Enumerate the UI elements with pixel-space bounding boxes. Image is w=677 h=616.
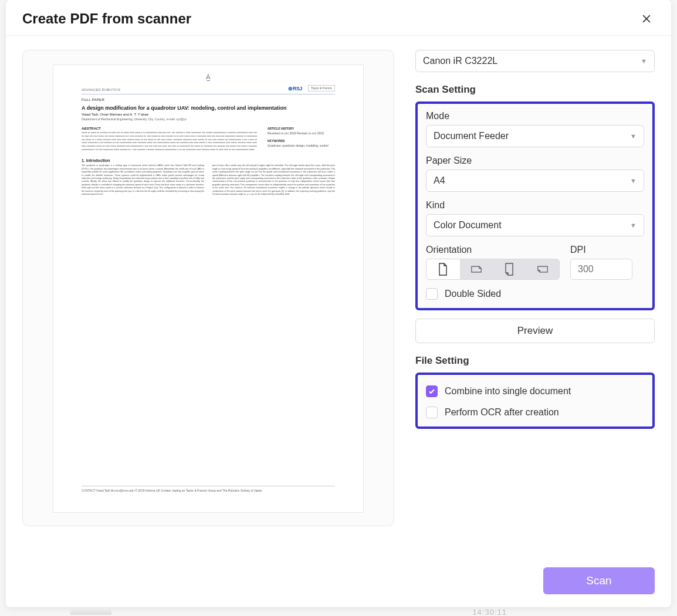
publisher-logo: Taylor & Francis — [308, 85, 335, 92]
dialog-title: Create PDF from scanner — [22, 11, 191, 27]
mode-label: Mode — [426, 111, 644, 121]
paper-size-select[interactable]: A4 ▼ — [426, 170, 644, 192]
preview-button[interactable]: Preview — [415, 319, 655, 343]
kind-select[interactable]: Color Document ▼ — [426, 214, 644, 236]
doc-abstract-heading: ABSTRACT — [82, 127, 257, 130]
doc-intro-heading: 1. Introduction — [82, 158, 335, 163]
ocr-label: Perform OCR after creation — [445, 407, 559, 418]
mode-value: Document Feeder — [434, 131, 509, 141]
background-thumbnail — [70, 609, 111, 615]
mode-select[interactable]: Document Feeder ▼ — [426, 125, 644, 147]
dpi-label: DPI — [570, 245, 644, 255]
combine-checkbox[interactable] — [426, 385, 438, 397]
doc-keywords: Quadrotor; quadrotor design; modeling; c… — [268, 144, 335, 148]
orientation-label: Orientation — [426, 245, 560, 255]
chevron-down-icon: ▼ — [630, 133, 637, 140]
preview-page: A̲ ADVANCED ROBOTICS ⊕RSJ Taylor & Franc… — [53, 65, 364, 513]
paper-size-label: Paper Size — [426, 155, 644, 166]
doc-abstract: xxxxx xx xxxxx xx xxxxxxx xx xxxx xxx xx… — [82, 131, 257, 151]
orientation-landscape[interactable] — [460, 259, 493, 279]
page-marker-icon: A̲ — [206, 73, 211, 81]
landscape-flipped-icon — [537, 263, 548, 276]
portrait-icon — [438, 263, 448, 276]
orientation-landscape-flipped[interactable] — [526, 259, 560, 279]
doc-journal: ADVANCED ROBOTICS — [82, 88, 120, 92]
portrait-flipped-icon — [504, 263, 514, 276]
ocr-checkbox[interactable] — [426, 407, 438, 418]
doc-footer-text: CONTACT Viaad Tadi ⊠ xxxx@xxxx.edu © 201… — [82, 489, 335, 492]
scan-button-label: Scan — [586, 574, 611, 587]
double-sided-label: Double Sided — [445, 289, 501, 299]
kind-value: Color Document — [434, 220, 502, 231]
chevron-down-icon: ▼ — [630, 222, 637, 229]
scan-setting-box: Mode Document Feeder ▼ Paper Size A4 ▼ K… — [415, 101, 655, 310]
file-setting-box: Combine into single document Perform OCR… — [415, 373, 655, 429]
doc-tag: FULL PAPER — [82, 98, 335, 101]
preview-panel: A̲ ADVANCED ROBOTICS ⊕RSJ Taylor & Franc… — [22, 50, 394, 526]
chevron-down-icon: ▼ — [641, 57, 647, 65]
scanner-select-value: Canon iR C3222L — [423, 56, 497, 66]
scanner-dialog: Create PDF from scanner A̲ ADVANCED ROBO… — [6, 0, 671, 607]
dialog-header: Create PDF from scanner — [6, 0, 671, 36]
doc-intro-col1: The quadrotor or quadcopter is a strikin… — [82, 164, 204, 196]
orientation-portrait-flipped[interactable] — [493, 259, 526, 279]
combine-label: Combine into single document — [445, 386, 571, 397]
doc-footer: CONTACT Viaad Tadi ⊠ xxxx@xxxx.edu © 201… — [82, 486, 335, 492]
landscape-icon — [471, 263, 482, 276]
kind-label: Kind — [426, 200, 644, 211]
rsj-logo: ⊕RSJ — [288, 86, 302, 92]
doc-history: Received xx xxx 2019 Revised xx xxx 2019 — [268, 131, 335, 136]
check-icon — [428, 388, 435, 395]
doc-affil: Department of Mechanical Engineering, Un… — [82, 117, 335, 121]
dpi-input[interactable] — [570, 259, 632, 280]
orientation-portrait[interactable] — [426, 259, 460, 279]
file-setting-heading: File Setting — [415, 355, 655, 367]
settings-panel: Canon iR C3222L ▼ Scan Setting Mode Docu… — [415, 50, 655, 595]
dialog-body: A̲ ADVANCED ROBOTICS ⊕RSJ Taylor & Franc… — [6, 36, 671, 607]
doc-authors: Viaad Tadi, Omar Marinez and A. T. Y'obe… — [82, 113, 335, 116]
scanner-select[interactable]: Canon iR C3222L ▼ — [415, 50, 655, 72]
preview-button-label: Preview — [517, 325, 553, 337]
orientation-group — [426, 259, 560, 280]
doc-history-heading: ARTICLE HISTORY — [268, 127, 335, 130]
doc-keywords-heading: KEYWORDS — [268, 139, 335, 143]
doc-intro-col2: pair of rotors. By a similar way, the ro… — [212, 164, 335, 196]
scan-button[interactable]: Scan — [543, 567, 655, 594]
double-sided-checkbox[interactable] — [426, 288, 438, 300]
scan-setting-heading: Scan Setting — [415, 84, 655, 96]
close-button[interactable] — [638, 11, 655, 27]
background-time: 14:30:11 — [472, 608, 507, 616]
close-icon — [641, 13, 652, 25]
chevron-down-icon: ▼ — [630, 177, 637, 184]
doc-title: A design modification for a quadrotor UA… — [82, 105, 335, 111]
paper-size-value: A4 — [434, 175, 445, 186]
